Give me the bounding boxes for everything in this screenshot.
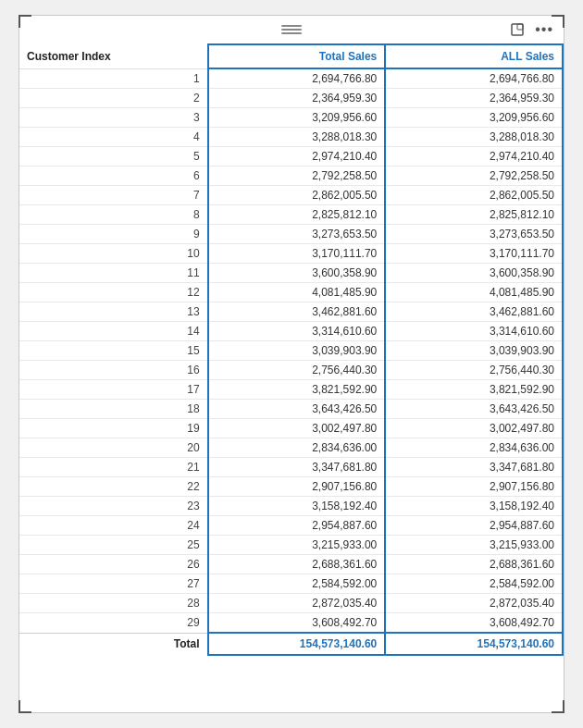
cell-total-sales: 2,872,035.40 [208, 594, 386, 613]
cell-customer-index: 1 [19, 68, 208, 89]
table-row: 27 2,584,592.00 2,584,592.00 [19, 574, 563, 594]
cell-all-sales: 3,643,426.50 [385, 400, 563, 419]
cell-total-sales: 3,462,881.60 [208, 302, 386, 322]
cell-all-sales: 3,608,492.70 [385, 613, 563, 634]
table-row: 14 3,314,610.60 3,314,610.60 [19, 322, 563, 341]
cell-total-sales: 3,643,426.50 [208, 400, 386, 419]
cell-total-sales: 3,002,497.80 [208, 419, 386, 438]
table-row: 10 3,170,111.70 3,170,111.70 [19, 244, 563, 264]
table-row: 17 3,821,592.90 3,821,592.90 [19, 380, 563, 400]
table-row: 26 2,688,361.60 2,688,361.60 [19, 555, 563, 574]
cell-customer-index: 5 [19, 147, 208, 167]
cell-total-sales: 3,039,903.90 [208, 341, 386, 361]
cell-all-sales: 3,273,653.50 [385, 225, 563, 244]
cell-all-sales: 2,954,887.60 [385, 516, 563, 536]
table-row: 4 3,288,018.30 3,288,018.30 [19, 128, 563, 147]
cell-all-sales: 3,215,933.00 [385, 536, 563, 555]
cell-customer-index: 23 [19, 497, 208, 516]
cell-all-sales: 2,688,361.60 [385, 555, 563, 574]
table-row: 25 3,215,933.00 3,215,933.00 [19, 536, 563, 555]
cell-total-sales: 2,834,636.00 [208, 438, 386, 458]
cell-total-sales: 3,314,610.60 [208, 322, 386, 341]
drag-handle[interactable] [281, 25, 302, 34]
cell-total-sales: 2,694,766.80 [208, 68, 386, 89]
cell-all-sales: 2,974,210.40 [385, 147, 563, 167]
table-row: 1 2,694,766.80 2,694,766.80 [19, 68, 563, 89]
cell-all-sales: 2,756,440.30 [385, 361, 563, 380]
table-row: 28 2,872,035.40 2,872,035.40 [19, 594, 563, 613]
cell-customer-index: 16 [19, 361, 208, 380]
cell-customer-index: 3 [19, 108, 208, 128]
table-row: 22 2,907,156.80 2,907,156.80 [19, 477, 563, 497]
svg-rect-1 [517, 24, 523, 30]
table-row: 20 2,834,636.00 2,834,636.00 [19, 438, 563, 458]
cell-customer-index: 28 [19, 594, 208, 613]
cell-all-sales: 2,694,766.80 [385, 68, 563, 89]
cell-all-sales: 2,364,959.30 [385, 89, 563, 108]
table-scroll-area[interactable]: Customer Index Total Sales ALL Sales 1 2… [19, 43, 564, 712]
cell-all-sales: 3,821,592.90 [385, 380, 563, 400]
cell-total-sales: 3,170,111.70 [208, 244, 386, 264]
cell-total-sales: 2,974,210.40 [208, 147, 386, 167]
cell-all-sales: 3,288,018.30 [385, 128, 563, 147]
col-header-all-sales: ALL Sales [385, 44, 563, 68]
data-table: Customer Index Total Sales ALL Sales 1 2… [19, 43, 564, 656]
footer-label: Total [19, 633, 208, 655]
more-options-button[interactable]: ••• [532, 19, 556, 40]
cell-total-sales: 3,600,358.90 [208, 264, 386, 283]
cell-all-sales: 4,081,485.90 [385, 283, 563, 302]
cell-customer-index: 4 [19, 128, 208, 147]
table-row: 7 2,862,005.50 2,862,005.50 [19, 186, 563, 205]
cell-all-sales: 3,158,192.40 [385, 497, 563, 516]
cell-all-sales: 2,834,636.00 [385, 438, 563, 458]
table-row: 6 2,792,258.50 2,792,258.50 [19, 167, 563, 186]
cell-customer-index: 13 [19, 302, 208, 322]
cell-customer-index: 11 [19, 264, 208, 283]
cell-customer-index: 14 [19, 322, 208, 341]
cell-all-sales: 3,462,881.60 [385, 302, 563, 322]
cell-customer-index: 21 [19, 458, 208, 477]
table-row: 19 3,002,497.80 3,002,497.80 [19, 419, 563, 438]
header-actions: ••• [508, 19, 556, 40]
table-wrapper: Customer Index Total Sales ALL Sales 1 2… [19, 43, 564, 712]
table-row: 12 4,081,485.90 4,081,485.90 [19, 283, 563, 302]
cell-all-sales: 2,584,592.00 [385, 574, 563, 594]
cell-all-sales: 2,907,156.80 [385, 477, 563, 497]
cell-total-sales: 2,364,959.30 [208, 89, 386, 108]
cell-total-sales: 3,347,681.80 [208, 458, 386, 477]
cell-all-sales: 3,002,497.80 [385, 419, 563, 438]
table-row: 5 2,974,210.40 2,974,210.40 [19, 147, 563, 167]
cell-total-sales: 2,756,440.30 [208, 361, 386, 380]
cell-total-sales: 2,792,258.50 [208, 167, 386, 186]
cell-total-sales: 2,584,592.00 [208, 574, 386, 594]
cell-all-sales: 2,825,812.10 [385, 205, 563, 225]
cell-total-sales: 2,907,156.80 [208, 477, 386, 497]
cell-total-sales: 4,081,485.90 [208, 283, 386, 302]
cell-customer-index: 9 [19, 225, 208, 244]
footer-total-sales: 154,573,140.60 [208, 633, 386, 655]
cell-total-sales: 3,158,192.40 [208, 497, 386, 516]
table-row: 13 3,462,881.60 3,462,881.60 [19, 302, 563, 322]
cell-all-sales: 3,347,681.80 [385, 458, 563, 477]
cell-total-sales: 2,825,812.10 [208, 205, 386, 225]
table-footer-row: Total 154,573,140.60 154,573,140.60 [19, 633, 563, 655]
cell-all-sales: 2,872,035.40 [385, 594, 563, 613]
cell-customer-index: 10 [19, 244, 208, 264]
cell-total-sales: 3,273,653.50 [208, 225, 386, 244]
cell-all-sales: 3,039,903.90 [385, 341, 563, 361]
cell-customer-index: 15 [19, 341, 208, 361]
table-row: 24 2,954,887.60 2,954,887.60 [19, 516, 563, 536]
table-header-row: Customer Index Total Sales ALL Sales [19, 44, 563, 68]
table-row: 3 3,209,956.60 3,209,956.60 [19, 108, 563, 128]
cell-total-sales: 2,688,361.60 [208, 555, 386, 574]
expand-button[interactable] [508, 21, 527, 38]
table-row: 11 3,600,358.90 3,600,358.90 [19, 264, 563, 283]
cell-total-sales: 3,215,933.00 [208, 536, 386, 555]
cell-total-sales: 2,862,005.50 [208, 186, 386, 205]
table-row: 8 2,825,812.10 2,825,812.10 [19, 205, 563, 225]
cell-all-sales: 2,792,258.50 [385, 167, 563, 186]
table-row: 21 3,347,681.80 3,347,681.80 [19, 458, 563, 477]
cell-customer-index: 25 [19, 536, 208, 555]
cell-customer-index: 8 [19, 205, 208, 225]
cell-customer-index: 27 [19, 574, 208, 594]
